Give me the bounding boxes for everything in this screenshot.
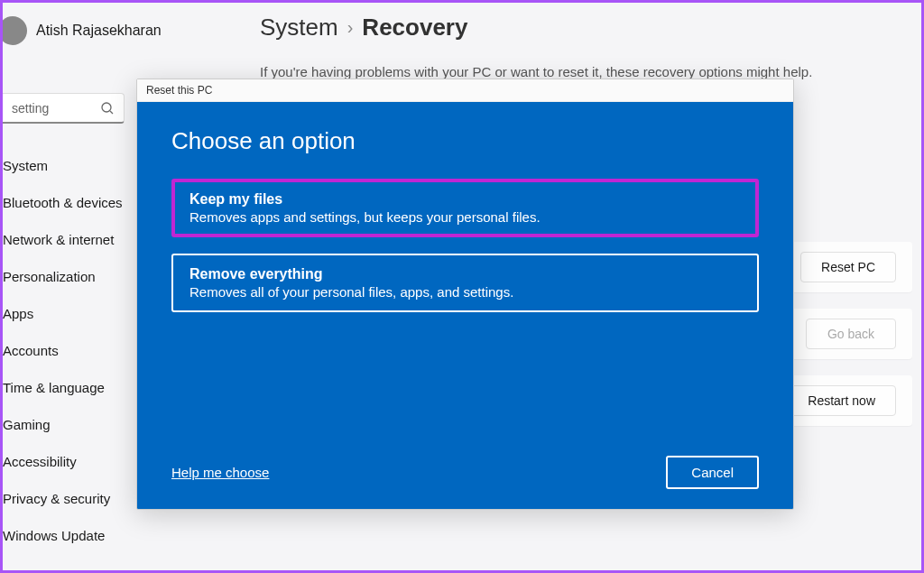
search-icon xyxy=(100,101,115,116)
sidebar-item-label: Bluetooth & devices xyxy=(3,195,123,210)
cancel-button[interactable]: Cancel xyxy=(666,456,759,489)
breadcrumb-parent[interactable]: System xyxy=(260,14,338,42)
go-back-button: Go back xyxy=(806,319,896,349)
option-title: Keep my files xyxy=(189,191,741,208)
option-desc: Removes apps and settings, but keeps you… xyxy=(189,209,741,225)
sidebar-item-label: Personalization xyxy=(3,269,96,284)
reset-pc-dialog: Reset this PC Choose an option Keep my f… xyxy=(136,79,794,510)
sidebar-item-windows-update[interactable]: Windows Update xyxy=(3,517,183,554)
svg-line-1 xyxy=(110,111,113,114)
sidebar-item-label: Apps xyxy=(3,306,33,321)
svg-point-0 xyxy=(102,103,111,112)
search-input[interactable]: setting xyxy=(3,93,125,124)
username: Atish Rajasekharan xyxy=(36,23,162,39)
option-remove-everything[interactable]: Remove everything Removes all of your pe… xyxy=(171,254,759,312)
sidebar-item-label: Windows Update xyxy=(3,528,105,543)
sidebar-item-label: Accessibility xyxy=(3,454,77,469)
reset-pc-button[interactable]: Reset PC xyxy=(800,252,896,282)
breadcrumb-current: Recovery xyxy=(362,14,467,42)
chevron-right-icon: › xyxy=(347,17,354,38)
sidebar-item-label: Privacy & security xyxy=(3,491,110,506)
option-desc: Removes all of your personal files, apps… xyxy=(189,284,741,300)
search-text: setting xyxy=(12,101,100,116)
user-section[interactable]: Atish Rajasekharan xyxy=(7,16,162,45)
help-me-choose-link[interactable]: Help me choose xyxy=(171,465,269,480)
sidebar-item-label: Time & language xyxy=(3,380,105,395)
dialog-footer: Help me choose Cancel xyxy=(171,456,759,489)
page-description: If you're having problems with your PC o… xyxy=(260,64,812,79)
breadcrumb: System › Recovery xyxy=(260,14,467,42)
avatar xyxy=(0,16,27,45)
sidebar-item-label: System xyxy=(3,158,48,173)
sidebar-item-label: Accounts xyxy=(3,343,59,358)
sidebar-item-label: Network & internet xyxy=(3,232,114,247)
sidebar-item-label: Gaming xyxy=(3,417,51,432)
dialog-body: Choose an option Keep my files Removes a… xyxy=(137,102,793,509)
restart-now-button[interactable]: Restart now xyxy=(787,385,896,416)
dialog-heading: Choose an option xyxy=(171,127,759,155)
dialog-title: Reset this PC xyxy=(137,79,793,102)
option-title: Remove everything xyxy=(189,266,741,282)
option-keep-files[interactable]: Keep my files Removes apps and settings,… xyxy=(171,179,759,237)
